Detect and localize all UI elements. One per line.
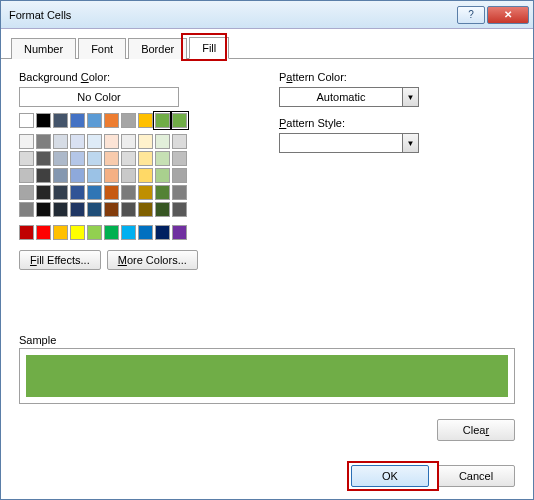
color-swatch[interactable]: [155, 151, 170, 166]
pattern-color-label: Pattern Color:: [279, 71, 515, 83]
color-swatch[interactable]: [121, 168, 136, 183]
color-swatch[interactable]: [87, 202, 102, 217]
color-swatch[interactable]: [172, 225, 187, 240]
color-swatch[interactable]: [155, 225, 170, 240]
color-swatch[interactable]: [138, 225, 153, 240]
color-swatch[interactable]: [138, 185, 153, 200]
theme-color-row: [19, 113, 239, 128]
color-swatch[interactable]: [121, 185, 136, 200]
clear-button[interactable]: Clear: [437, 419, 515, 441]
color-swatch[interactable]: [104, 113, 119, 128]
color-swatch[interactable]: [155, 202, 170, 217]
color-swatch[interactable]: [70, 134, 85, 149]
color-swatch[interactable]: [19, 134, 34, 149]
tab-border[interactable]: Border: [128, 38, 187, 59]
color-swatch[interactable]: [36, 113, 51, 128]
color-swatch[interactable]: [138, 151, 153, 166]
color-swatch[interactable]: [121, 113, 136, 128]
color-swatch[interactable]: [70, 151, 85, 166]
color-swatch[interactable]: [70, 202, 85, 217]
standard-color-row: [19, 225, 239, 240]
color-swatch[interactable]: [172, 134, 187, 149]
color-swatch[interactable]: [53, 225, 68, 240]
color-swatch[interactable]: [53, 202, 68, 217]
color-swatch[interactable]: [87, 225, 102, 240]
color-swatch[interactable]: [70, 185, 85, 200]
format-cells-dialog: Format Cells ? ✕ Number Font Border Fill…: [0, 0, 534, 500]
sample-box: [19, 348, 515, 404]
pattern-style-label: Pattern Style:: [279, 117, 515, 129]
color-swatch[interactable]: [155, 185, 170, 200]
color-swatch[interactable]: [104, 225, 119, 240]
color-swatch[interactable]: [121, 134, 136, 149]
color-swatch[interactable]: [172, 151, 187, 166]
color-swatch[interactable]: [104, 168, 119, 183]
cancel-button[interactable]: Cancel: [437, 465, 515, 487]
more-colors-button[interactable]: More Colors...: [107, 250, 198, 270]
tab-fill[interactable]: Fill: [189, 37, 229, 59]
color-swatch[interactable]: [138, 168, 153, 183]
right-column: Pattern Color: Automatic ▼ Pattern Style…: [279, 71, 515, 270]
pattern-style-select[interactable]: ▼: [279, 133, 419, 153]
chevron-down-icon: ▼: [402, 134, 418, 152]
color-swatch[interactable]: [19, 151, 34, 166]
tab-font[interactable]: Font: [78, 38, 126, 59]
color-swatch[interactable]: [138, 113, 153, 128]
color-swatch[interactable]: [19, 168, 34, 183]
color-swatch[interactable]: [19, 202, 34, 217]
color-swatch[interactable]: [172, 168, 187, 183]
color-swatch[interactable]: [36, 185, 51, 200]
color-swatch[interactable]: [36, 168, 51, 183]
color-swatch[interactable]: [53, 185, 68, 200]
color-swatch[interactable]: [104, 202, 119, 217]
color-swatch[interactable]: [155, 134, 170, 149]
color-swatch[interactable]: [19, 113, 34, 128]
color-swatch[interactable]: [19, 225, 34, 240]
color-swatch[interactable]: [36, 151, 51, 166]
sample-swatch: [26, 355, 508, 397]
color-swatch[interactable]: [121, 202, 136, 217]
color-swatch[interactable]: [87, 113, 102, 128]
color-swatch[interactable]: [172, 185, 187, 200]
fill-effects-button[interactable]: Fill Effects...: [19, 250, 101, 270]
color-swatch[interactable]: [53, 151, 68, 166]
color-swatch[interactable]: [53, 113, 68, 128]
ok-button[interactable]: OK: [351, 465, 429, 487]
color-swatch[interactable]: [19, 185, 34, 200]
color-swatch[interactable]: [138, 202, 153, 217]
color-swatch[interactable]: [155, 168, 170, 183]
color-swatch[interactable]: [36, 202, 51, 217]
pattern-color-value: Automatic: [280, 91, 402, 103]
dialog-body: Background Color: No Color Fill Effects.…: [1, 59, 533, 282]
sample-label: Sample: [19, 334, 515, 346]
color-swatch[interactable]: [87, 185, 102, 200]
color-swatch[interactable]: [104, 185, 119, 200]
color-swatch[interactable]: [36, 134, 51, 149]
pattern-color-select[interactable]: Automatic ▼: [279, 87, 419, 107]
color-swatch[interactable]: [155, 113, 170, 128]
color-swatch[interactable]: [172, 113, 187, 128]
color-swatch[interactable]: [70, 113, 85, 128]
tab-number[interactable]: Number: [11, 38, 76, 59]
color-swatch[interactable]: [87, 134, 102, 149]
color-swatch[interactable]: [53, 168, 68, 183]
color-swatch[interactable]: [87, 151, 102, 166]
color-swatch[interactable]: [104, 134, 119, 149]
color-swatch[interactable]: [87, 168, 102, 183]
sample-area: Sample: [19, 334, 515, 404]
close-button[interactable]: ✕: [487, 6, 529, 24]
no-color-button[interactable]: No Color: [19, 87, 179, 107]
tab-strip: Number Font Border Fill: [1, 29, 533, 59]
color-swatch[interactable]: [53, 134, 68, 149]
footer: OK Cancel: [351, 465, 515, 487]
help-button[interactable]: ?: [457, 6, 485, 24]
color-swatch[interactable]: [104, 151, 119, 166]
color-swatch[interactable]: [70, 168, 85, 183]
color-swatch[interactable]: [70, 225, 85, 240]
color-swatch[interactable]: [121, 225, 136, 240]
color-swatch[interactable]: [172, 202, 187, 217]
color-swatch[interactable]: [121, 151, 136, 166]
titlebar: Format Cells ? ✕: [1, 1, 533, 29]
color-swatch[interactable]: [138, 134, 153, 149]
color-swatch[interactable]: [36, 225, 51, 240]
